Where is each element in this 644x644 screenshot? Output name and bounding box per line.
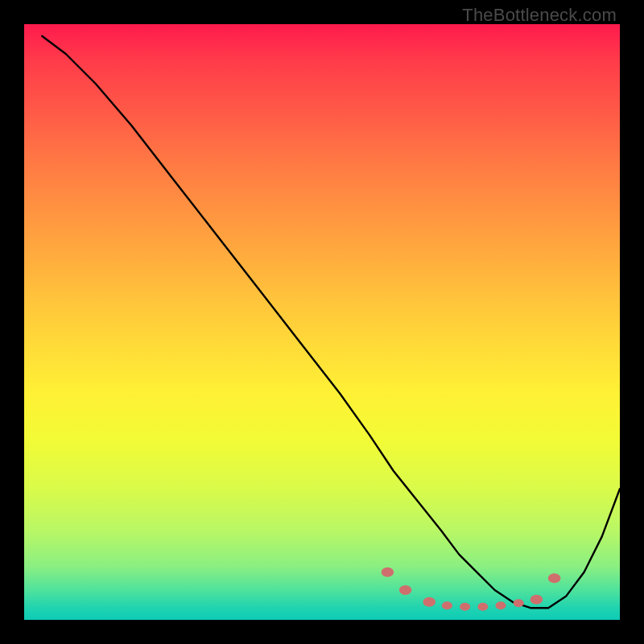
marker-dot [382,568,394,577]
marker-dot [530,595,543,605]
marker-dot [423,597,436,607]
marker-dot [442,601,452,609]
bottleneck-curve [42,36,620,608]
marker-group [382,568,561,611]
marker-dot [477,603,488,611]
chart-plot-area [24,24,620,620]
watermark-text: TheBottleneck.com [462,5,617,26]
marker-dot [399,585,412,595]
marker-dot [496,601,506,609]
marker-dot [548,573,561,583]
marker-dot [514,599,524,607]
marker-dot [460,603,470,611]
chart-frame: TheBottleneck.com [0,0,644,644]
chart-overlay-svg [24,24,620,620]
